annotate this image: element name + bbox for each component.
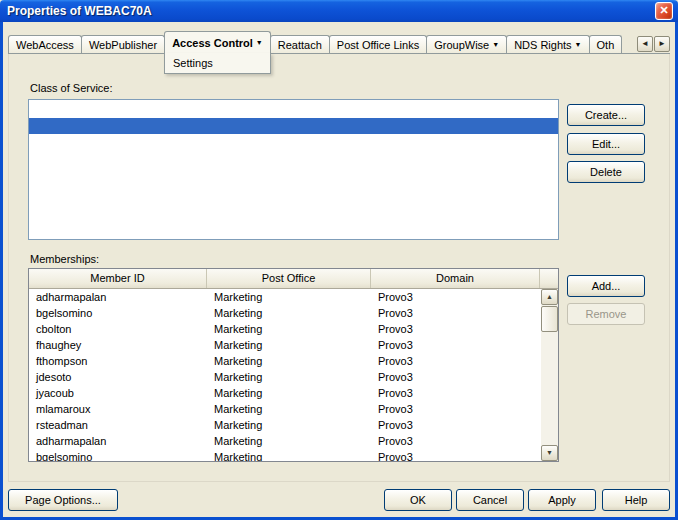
memberships-label: Memberships:: [30, 253, 99, 265]
window-border-left: [0, 22, 3, 520]
access-control-menu: Settings: [164, 53, 271, 74]
cell-member-id: fhaughey: [29, 337, 207, 353]
tab-scroll-right-button[interactable]: ►: [654, 36, 670, 52]
tab[interactable]: Reattach: [270, 35, 330, 53]
cell-member-id: cbolton: [29, 321, 207, 337]
cell-member-id: bgelsomino: [29, 449, 207, 461]
cell-post-office: Marketing: [207, 353, 371, 369]
scroll-down-button[interactable]: ▼: [541, 445, 558, 461]
cell-domain: Provo3: [371, 417, 540, 433]
tab-scroll-left-button[interactable]: ◄: [637, 36, 653, 52]
table-row[interactable]: cbolton Marketing Provo3: [29, 321, 541, 337]
tab[interactable]: WebAccess: [8, 35, 82, 53]
tab-label: Post Office Links: [337, 39, 419, 51]
header-cell-post-office[interactable]: Post Office: [207, 269, 371, 288]
class-of-service-label: Class of Service:: [30, 82, 113, 94]
cell-post-office: Marketing: [207, 305, 371, 321]
table-row[interactable]: mlamaroux Marketing Provo3: [29, 401, 541, 417]
page-options-button[interactable]: Page Options...: [8, 489, 118, 511]
help-button[interactable]: Help: [602, 489, 670, 511]
list-item[interactable]: [29, 118, 558, 134]
cell-domain: Provo3: [371, 433, 540, 449]
scroll-up-icon: ▲: [546, 293, 553, 300]
edit-button[interactable]: Edit...: [567, 133, 645, 155]
close-icon: ✕: [659, 4, 668, 16]
cell-member-id: adharmapalan: [29, 433, 207, 449]
cell-post-office: Marketing: [207, 337, 371, 353]
chevron-down-icon: ▼: [492, 41, 499, 48]
title-bar: Properties of WEBAC70A ✕: [0, 0, 678, 22]
tab-label: WebPublisher: [89, 39, 157, 51]
tab-label: Access Control: [172, 37, 253, 49]
add-button[interactable]: Add...: [567, 275, 645, 297]
table-row[interactable]: jyacoub Marketing Provo3: [29, 385, 541, 401]
cell-domain: Provo3: [371, 289, 540, 305]
tab[interactable]: Access Control ▼: [164, 31, 271, 53]
cell-post-office: Marketing: [207, 289, 371, 305]
header-filler: [540, 269, 558, 288]
class-of-service-list: [28, 99, 559, 240]
table-header: Member ID Post Office Domain: [29, 269, 558, 289]
cell-post-office: Marketing: [207, 369, 371, 385]
memberships-table: Member ID Post Office Domain adharmapala…: [28, 268, 559, 462]
cell-domain: Provo3: [371, 449, 540, 461]
tab[interactable]: Post Office Links: [329, 35, 427, 53]
header-cell-member-id[interactable]: Member ID: [29, 269, 207, 288]
menu-item-settings[interactable]: Settings: [165, 53, 270, 73]
table-row[interactable]: adharmapalan Marketing Provo3: [29, 433, 541, 449]
table-row[interactable]: adharmapalan Marketing Provo3: [29, 289, 541, 305]
table-row[interactable]: jdesoto Marketing Provo3: [29, 369, 541, 385]
tab-strip: WebAccess WebPublisher Access Control ▼ …: [8, 31, 670, 54]
cell-domain: Provo3: [371, 369, 540, 385]
tab[interactable]: NDS Rights ▼: [506, 35, 589, 53]
header-cell-domain[interactable]: Domain: [371, 269, 540, 288]
cell-domain: Provo3: [371, 353, 540, 369]
table-row[interactable]: bgelsomino Marketing Provo3: [29, 305, 541, 321]
cell-domain: Provo3: [371, 305, 540, 321]
cell-domain: Provo3: [371, 385, 540, 401]
cell-domain: Provo3: [371, 401, 540, 417]
cell-member-id: jdesoto: [29, 369, 207, 385]
table-body: adharmapalan Marketing Provo3 bgelsomino…: [29, 289, 541, 461]
table-row[interactable]: rsteadman Marketing Provo3: [29, 417, 541, 433]
tab-label: Oth: [597, 39, 615, 51]
cell-member-id: adharmapalan: [29, 289, 207, 305]
cell-post-office: Marketing: [207, 321, 371, 337]
cell-post-office: Marketing: [207, 449, 371, 461]
remove-button[interactable]: Remove: [567, 303, 645, 325]
window-title: Properties of WEBAC70A: [7, 4, 655, 18]
chevron-down-icon: ▼: [256, 39, 263, 46]
table-row[interactable]: fthompson Marketing Provo3: [29, 353, 541, 369]
scroll-thumb[interactable]: [541, 306, 558, 332]
apply-button[interactable]: Apply: [528, 489, 596, 511]
cell-post-office: Marketing: [207, 385, 371, 401]
cell-member-id: bgelsomino: [29, 305, 207, 321]
cell-member-id: mlamaroux: [29, 401, 207, 417]
cell-domain: Provo3: [371, 337, 540, 353]
cell-post-office: Marketing: [207, 417, 371, 433]
cell-post-office: Marketing: [207, 401, 371, 417]
tab-scroll-controls: ◄ ►: [634, 36, 670, 53]
tab[interactable]: GroupWise ▼: [426, 35, 507, 53]
tab-label: GroupWise: [434, 39, 489, 51]
cancel-button[interactable]: Cancel: [456, 489, 524, 511]
cell-member-id: jyacoub: [29, 385, 207, 401]
tab[interactable]: WebPublisher: [81, 35, 165, 53]
tab-list: WebAccess WebPublisher Access Control ▼ …: [8, 31, 670, 53]
cell-domain: Provo3: [371, 321, 540, 337]
close-button[interactable]: ✕: [655, 2, 673, 20]
table-row[interactable]: fhaughey Marketing Provo3: [29, 337, 541, 353]
tab-label: NDS Rights: [514, 39, 571, 51]
cell-member-id: rsteadman: [29, 417, 207, 433]
scroll-up-button[interactable]: ▲: [541, 289, 558, 305]
cell-post-office: Marketing: [207, 433, 371, 449]
delete-button[interactable]: Delete: [567, 161, 645, 183]
list-item[interactable]: [29, 102, 558, 118]
create-button[interactable]: Create...: [567, 104, 645, 126]
table-row[interactable]: bgelsomino Marketing Provo3: [29, 449, 541, 461]
tab[interactable]: Oth: [589, 35, 623, 53]
tab-label: Reattach: [278, 39, 322, 51]
ok-button[interactable]: OK: [384, 489, 452, 511]
tab-label: WebAccess: [16, 39, 74, 51]
vertical-scrollbar[interactable]: ▲ ▼: [541, 289, 558, 461]
